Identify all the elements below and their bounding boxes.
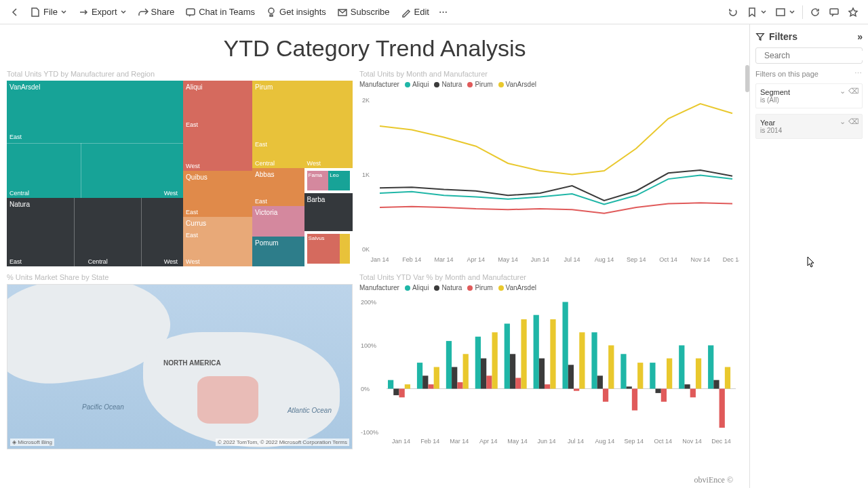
svg-rect-63: [574, 389, 579, 391]
line-chart-body[interactable]: 0K1K2KJan 14Feb 14Mar 14Apr 14May 14Jun …: [359, 89, 739, 266]
svg-rect-38: [393, 389, 399, 396]
svg-rect-68: [608, 346, 614, 389]
subscribe-button[interactable]: Subscribe: [332, 4, 395, 20]
svg-rect-42: [422, 375, 428, 388]
scrollbar-thumb[interactable]: [745, 65, 749, 92]
more-menu[interactable]: ⋯: [435, 4, 452, 20]
edit-button[interactable]: Edit: [395, 4, 435, 20]
expand-filter-icon[interactable]: ⌄: [840, 87, 846, 96]
svg-text:Aug 14: Aug 14: [595, 256, 614, 263]
svg-rect-50: [481, 359, 486, 389]
svg-text:Aug 14: Aug 14: [595, 438, 615, 445]
svg-rect-41: [417, 363, 422, 388]
line-chart-visual[interactable]: Total Units by Month and Manufacturer Ma…: [359, 70, 739, 266]
bar-legend: Manufacturer Aliqui Natura Pirum VanArsd…: [359, 284, 739, 291]
svg-rect-44: [434, 367, 439, 389]
svg-rect-53: [505, 324, 510, 389]
map-body[interactable]: NORTH AMERICA Pacific Ocean Atlantic Oce…: [7, 284, 353, 449]
svg-rect-59: [545, 384, 550, 388]
svg-rect-80: [696, 359, 701, 389]
svg-text:0%: 0%: [361, 386, 370, 392]
svg-rect-55: [515, 378, 521, 389]
file-menu[interactable]: File: [24, 4, 73, 20]
page-title: YTD Category Trend Analysis: [3, 35, 747, 62]
collapse-pane-button[interactable]: »: [857, 31, 863, 42]
svg-text:Feb 14: Feb 14: [420, 438, 439, 445]
svg-rect-49: [475, 337, 481, 389]
svg-text:Jun 14: Jun 14: [531, 256, 549, 263]
svg-text:Nov 14: Nov 14: [690, 256, 710, 263]
back-button[interactable]: [5, 4, 24, 20]
favorite-button[interactable]: [844, 4, 863, 20]
svg-rect-60: [550, 319, 555, 388]
lock-filter-icon[interactable]: ⌫: [848, 117, 859, 126]
clear-filter-icon[interactable]: ⌫: [848, 87, 859, 96]
svg-rect-76: [667, 359, 672, 389]
line-legend: Manufacturer Aliqui Natura Pirum VanArsd…: [359, 81, 739, 88]
view-menu[interactable]: [771, 4, 800, 20]
svg-rect-77: [679, 346, 684, 389]
svg-rect-73: [650, 363, 655, 388]
expand-filter-icon[interactable]: ⌄: [840, 117, 846, 126]
svg-text:Jan 14: Jan 14: [370, 256, 389, 263]
svg-text:Oct 14: Oct 14: [659, 256, 677, 263]
filter-card-year[interactable]: Year is 2014 ⌄⌫: [755, 114, 863, 139]
svg-rect-3: [776, 9, 785, 16]
svg-text:Apr 14: Apr 14: [467, 256, 486, 263]
svg-text:Jun 14: Jun 14: [538, 438, 556, 445]
svg-text:100%: 100%: [361, 342, 376, 349]
svg-rect-52: [492, 332, 498, 388]
svg-rect-51: [486, 375, 492, 388]
share-button[interactable]: Share: [132, 4, 180, 20]
svg-text:May 14: May 14: [498, 256, 518, 263]
filters-more-button[interactable]: ⋯: [854, 69, 863, 78]
svg-text:Jan 14: Jan 14: [392, 438, 410, 445]
get-insights-button[interactable]: Get insights: [260, 4, 332, 20]
filter-card-segment[interactable]: Segment is (All) ⌄⌫: [755, 83, 863, 108]
report-canvas: YTD Category Trend Analysis Total Units …: [0, 24, 749, 488]
svg-rect-57: [534, 315, 539, 389]
refresh-button[interactable]: [806, 4, 825, 20]
svg-rect-71: [632, 389, 637, 411]
svg-rect-61: [563, 302, 568, 389]
svg-rect-82: [713, 380, 719, 389]
svg-rect-75: [661, 389, 667, 402]
bar-chart-body[interactable]: -100%0%100%200%Jan 14Feb 14Mar 14Apr 14M…: [359, 293, 739, 449]
bookmark-button[interactable]: [743, 4, 771, 20]
svg-rect-84: [725, 367, 730, 389]
chat-teams-button[interactable]: Chat in Teams: [180, 4, 260, 20]
svg-rect-81: [708, 346, 713, 389]
svg-text:2K: 2K: [362, 97, 370, 104]
svg-text:0K: 0K: [362, 246, 370, 253]
bar-chart-visual[interactable]: Total Units YTD Var % by Month and Manuf…: [359, 273, 739, 449]
svg-rect-4: [830, 9, 838, 14]
svg-rect-69: [620, 354, 626, 388]
comment-button[interactable]: [825, 4, 844, 20]
svg-rect-79: [690, 389, 696, 398]
export-menu[interactable]: Export: [73, 4, 132, 20]
chevron-down-icon: [60, 9, 67, 16]
treemap-body[interactable]: VanArsdel East Central West Natura East …: [7, 81, 353, 266]
map-visual[interactable]: % Units Market Share by State NORTH AMER…: [7, 273, 353, 449]
svg-rect-83: [719, 389, 725, 428]
reset-button[interactable]: [724, 4, 743, 20]
svg-rect-58: [539, 359, 545, 389]
svg-rect-43: [428, 384, 433, 388]
svg-text:Dec 14: Dec 14: [723, 256, 739, 263]
filter-icon: [755, 32, 765, 41]
svg-text:Nov 14: Nov 14: [682, 438, 702, 445]
svg-rect-66: [597, 375, 603, 388]
filters-pane: Filters » Filters on this page⋯ Segment …: [749, 24, 868, 488]
svg-text:Feb 14: Feb 14: [402, 256, 421, 263]
filter-search[interactable]: [755, 47, 863, 64]
svg-text:-100%: -100%: [361, 429, 378, 436]
svg-text:Jul 14: Jul 14: [568, 438, 584, 445]
svg-rect-65: [591, 332, 597, 388]
svg-text:200%: 200%: [361, 299, 376, 306]
treemap-visual[interactable]: Total Units YTD by Manufacturer and Regi…: [7, 70, 353, 266]
svg-point-1: [269, 8, 274, 14]
svg-text:May 14: May 14: [507, 438, 528, 445]
filter-search-input[interactable]: [764, 51, 866, 60]
svg-rect-74: [656, 389, 661, 393]
svg-text:Apr 14: Apr 14: [479, 438, 498, 445]
